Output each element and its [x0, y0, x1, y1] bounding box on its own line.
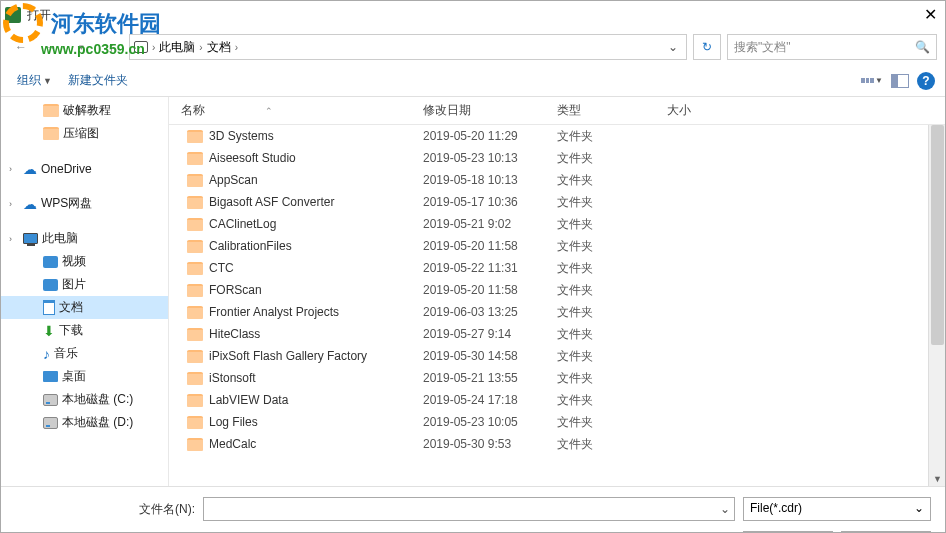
watermark-overlay: 河东软件园 www.pc0359.cn [3, 3, 161, 57]
sidebar-item[interactable]: ›此电脑 [1, 227, 168, 250]
folder-icon [187, 262, 203, 275]
search-placeholder: 搜索"文档" [734, 39, 791, 56]
file-type: 文件夹 [557, 216, 667, 233]
folder-icon [187, 438, 203, 451]
scrollbar-thumb[interactable] [931, 125, 944, 345]
sidebar-item-label: 本地磁盘 (D:) [62, 414, 133, 431]
file-type: 文件夹 [557, 282, 667, 299]
help-icon[interactable]: ? [917, 72, 935, 90]
file-name: FORScan [209, 283, 262, 297]
file-type: 文件夹 [557, 260, 667, 277]
file-row[interactable]: AppScan2019-05-18 10:13文件夹 [169, 169, 945, 191]
sidebar-item[interactable]: 压缩图 [1, 122, 168, 145]
folder-icon [187, 218, 203, 231]
sidebar-item[interactable]: 本地磁盘 (C:) [1, 388, 168, 411]
file-type: 文件夹 [557, 172, 667, 189]
sidebar-item[interactable]: 视频 [1, 250, 168, 273]
path-part[interactable]: 此电脑 [159, 39, 195, 56]
file-row[interactable]: CalibrationFiles2019-05-20 11:58文件夹 [169, 235, 945, 257]
organize-menu[interactable]: 组织▼ [11, 70, 58, 91]
sidebar-item[interactable]: ♪音乐 [1, 342, 168, 365]
expand-icon[interactable]: › [9, 199, 19, 209]
sidebar-item[interactable]: 桌面 [1, 365, 168, 388]
new-folder-button[interactable]: 新建文件夹 [62, 70, 134, 91]
scroll-down-icon[interactable]: ▼ [933, 474, 942, 484]
col-header-size[interactable]: 大小 [667, 102, 747, 119]
file-row[interactable]: HiteClass2019-05-27 9:14文件夹 [169, 323, 945, 345]
file-row[interactable]: CAClinetLog2019-05-21 9:02文件夹 [169, 213, 945, 235]
file-date: 2019-05-27 9:14 [423, 327, 557, 341]
file-name: iPixSoft Flash Gallery Factory [209, 349, 367, 363]
cloud-icon: ☁ [23, 161, 37, 177]
path-dropdown-icon[interactable]: ⌄ [668, 40, 682, 54]
folder-icon [187, 328, 203, 341]
file-row[interactable]: Frontier Analyst Projects2019-06-03 13:2… [169, 301, 945, 323]
chevron-right-icon: › [235, 42, 238, 53]
sidebar-item-label: 压缩图 [63, 125, 99, 142]
sidebar-item[interactable]: 破解教程 [1, 99, 168, 122]
sidebar-item-label: WPS网盘 [41, 195, 92, 212]
search-box[interactable]: 搜索"文档" 🔍 [727, 34, 937, 60]
file-name: Aiseesoft Studio [209, 151, 296, 165]
sidebar-item-label: 本地磁盘 (C:) [62, 391, 133, 408]
file-name: Frontier Analyst Projects [209, 305, 339, 319]
sidebar-item[interactable]: ⬇下载 [1, 319, 168, 342]
vid-icon [43, 256, 58, 268]
file-row[interactable]: iStonsoft2019-05-21 13:55文件夹 [169, 367, 945, 389]
col-header-date[interactable]: 修改日期 [423, 102, 557, 119]
filetype-filter[interactable]: File(*.cdr)⌄ [743, 497, 931, 521]
file-date: 2019-05-30 9:53 [423, 437, 557, 451]
file-row[interactable]: 3D Systems2019-05-20 11:29文件夹 [169, 125, 945, 147]
folder-icon [187, 416, 203, 429]
file-name: HiteClass [209, 327, 260, 341]
doc-icon [43, 300, 55, 315]
sidebar-item-label: 桌面 [62, 368, 86, 385]
sidebar-item[interactable]: ›☁WPS网盘 [1, 192, 168, 215]
expand-icon[interactable]: › [9, 164, 19, 174]
toolbar: 组织▼ 新建文件夹 ▼ ? [1, 65, 945, 97]
file-type: 文件夹 [557, 370, 667, 387]
watermark-url: www.pc0359.cn [41, 41, 161, 57]
file-row[interactable]: Aiseesoft Studio2019-05-23 10:13文件夹 [169, 147, 945, 169]
folder-icon [187, 394, 203, 407]
disk-icon [43, 417, 58, 429]
path-part[interactable]: 文档 [207, 39, 231, 56]
refresh-button[interactable]: ↻ [693, 34, 721, 60]
sidebar-item[interactable]: 图片 [1, 273, 168, 296]
sidebar-item-label: 图片 [62, 276, 86, 293]
sidebar-item[interactable]: 文档 [1, 296, 168, 319]
filename-dropdown-icon[interactable]: ⌄ [720, 498, 730, 516]
file-row[interactable]: MedCalc2019-05-30 9:53文件夹 [169, 433, 945, 455]
file-type: 文件夹 [557, 436, 667, 453]
file-row[interactable]: Log Files2019-05-23 10:05文件夹 [169, 411, 945, 433]
breadcrumb-path[interactable]: › 此电脑 › 文档 › ⌄ [129, 34, 687, 60]
file-name: iStonsoft [209, 371, 256, 385]
file-row[interactable]: CTC2019-05-22 11:31文件夹 [169, 257, 945, 279]
file-row[interactable]: FORScan2019-05-20 11:58文件夹 [169, 279, 945, 301]
file-type: 文件夹 [557, 326, 667, 343]
file-date: 2019-05-20 11:58 [423, 239, 557, 253]
file-date: 2019-05-23 10:13 [423, 151, 557, 165]
file-type: 文件夹 [557, 128, 667, 145]
preview-pane-button[interactable] [891, 74, 909, 88]
watermark-logo-icon [3, 3, 45, 45]
dl-icon: ⬇ [43, 323, 55, 339]
file-row[interactable]: LabVIEW Data2019-05-24 17:18文件夹 [169, 389, 945, 411]
file-row[interactable]: Bigasoft ASF Converter2019-05-17 10:36文件… [169, 191, 945, 213]
scrollbar[interactable]: ▼ [928, 125, 945, 486]
view-mode-button[interactable]: ▼ [861, 73, 883, 89]
folder-icon [187, 372, 203, 385]
sidebar-item[interactable]: 本地磁盘 (D:) [1, 411, 168, 434]
sidebar-item[interactable]: ›☁OneDrive [1, 157, 168, 180]
file-type: 文件夹 [557, 194, 667, 211]
col-header-type[interactable]: 类型 [557, 102, 667, 119]
file-name: LabVIEW Data [209, 393, 288, 407]
filename-input[interactable]: ⌄ [203, 497, 735, 521]
folder-icon [187, 350, 203, 363]
sidebar-item-label: 下载 [59, 322, 83, 339]
file-row[interactable]: iPixSoft Flash Gallery Factory2019-05-30… [169, 345, 945, 367]
close-button[interactable]: ✕ [924, 5, 937, 24]
col-header-name[interactable]: 名称⌃ [169, 102, 423, 119]
expand-icon[interactable]: › [9, 234, 19, 244]
file-date: 2019-06-03 13:25 [423, 305, 557, 319]
